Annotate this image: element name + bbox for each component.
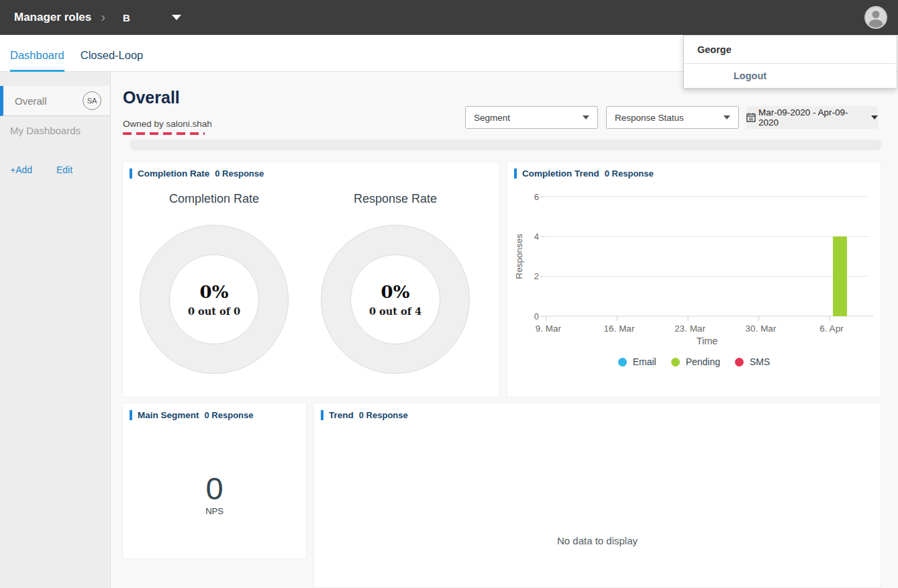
tab-closed-loop[interactable]: Closed-Loop bbox=[81, 49, 144, 71]
date-range-picker[interactable]: Mar-09-2020 - Apr-09-2020 bbox=[746, 106, 878, 129]
donut-center: 0% 0 out of 0 bbox=[169, 254, 259, 344]
legend-dot bbox=[618, 358, 627, 366]
owner-underline bbox=[123, 132, 205, 135]
card-title: Main Segment bbox=[138, 410, 199, 420]
card-header: Main Segment 0 Response bbox=[123, 403, 306, 420]
add-dashboard-button[interactable]: +Add bbox=[10, 164, 32, 175]
legend-item-pending[interactable]: Pending bbox=[671, 356, 720, 367]
card-header: Trend 0 Response bbox=[314, 403, 881, 420]
svg-text:Time: Time bbox=[697, 336, 718, 346]
legend-item-email[interactable]: Email bbox=[618, 356, 656, 367]
svg-text:Responses: Responses bbox=[514, 234, 524, 279]
donut-sub-label: 0 out of 4 bbox=[369, 305, 421, 317]
caret-down-icon bbox=[583, 115, 589, 119]
dashboard-screen: Manager roles › B George Logout Dashboar… bbox=[0, 0, 898, 588]
response-status-dropdown-label: Response Status bbox=[615, 113, 684, 123]
logout-button[interactable]: Logout bbox=[684, 64, 897, 88]
sidebar-item-label: Overall bbox=[3, 95, 47, 107]
legend-label: SMS bbox=[750, 356, 770, 367]
completion-rate-card: Completion Rate 0 Response Completion Ra… bbox=[122, 161, 499, 397]
card-accent-bar bbox=[130, 168, 132, 179]
user-dropdown-menu: George Logout bbox=[683, 35, 897, 89]
donut-title-completion-rate: Completion Rate bbox=[140, 192, 289, 206]
caret-down-icon bbox=[871, 115, 878, 119]
calendar-icon bbox=[746, 113, 756, 122]
svg-text:30. Mar: 30. Mar bbox=[746, 324, 777, 334]
card-title: Trend bbox=[329, 410, 354, 420]
nps-label: NPS bbox=[123, 506, 306, 516]
donut-percent: 0% bbox=[381, 282, 410, 302]
card-accent-bar bbox=[321, 410, 323, 420]
legend-label: Pending bbox=[686, 356, 720, 367]
caret-down-icon bbox=[724, 115, 730, 119]
caret-down-icon[interactable] bbox=[172, 15, 181, 20]
sidebar-actions: +Add Edit bbox=[0, 164, 110, 175]
top-bar: Manager roles › B bbox=[0, 0, 898, 35]
donut-sub-label: 0 out of 0 bbox=[188, 305, 240, 317]
card-response-count: 0 Response bbox=[359, 410, 408, 420]
svg-text:4: 4 bbox=[534, 232, 539, 242]
legend-label: Email bbox=[633, 356, 656, 367]
donut-center: 0% 0 out of 4 bbox=[350, 254, 440, 344]
nps-value-block: 0 NPS bbox=[123, 473, 306, 516]
svg-text:9. Mar: 9. Mar bbox=[536, 324, 562, 334]
page-title: Overall bbox=[123, 88, 180, 107]
breadcrumb-root[interactable]: Manager roles bbox=[14, 11, 91, 24]
donut-percent: 0% bbox=[200, 282, 229, 302]
legend-item-sms[interactable]: SMS bbox=[735, 356, 770, 367]
svg-text:16. Mar: 16. Mar bbox=[604, 324, 635, 334]
legend-dot bbox=[735, 358, 744, 366]
segment-dropdown-label: Segment bbox=[474, 113, 510, 123]
date-range-label: Mar-09-2020 - Apr-09-2020 bbox=[758, 107, 866, 128]
svg-text:23. Mar: 23. Mar bbox=[675, 324, 705, 334]
completion-trend-card: Completion Trend 0 Response 02469. Mar16… bbox=[507, 161, 881, 397]
donut-title-response-rate: Response Rate bbox=[321, 192, 470, 206]
legend-dot bbox=[671, 358, 680, 366]
sidebar: Overall SA My Dashboards +Add Edit bbox=[0, 72, 111, 588]
response-rate-donut: 0% 0 out of 4 bbox=[321, 225, 470, 374]
user-name: George bbox=[684, 36, 897, 64]
segment-dropdown[interactable]: Segment bbox=[465, 106, 598, 129]
page-owner: Owned by saloni.shah bbox=[123, 119, 212, 129]
user-avatar[interactable] bbox=[864, 6, 887, 29]
tab-dashboard[interactable]: Dashboard bbox=[10, 49, 64, 71]
trend-legend: EmailPendingSMS bbox=[507, 356, 881, 367]
content-divider-bar bbox=[130, 140, 882, 150]
main-segment-card: Main Segment 0 Response 0 NPS bbox=[122, 403, 307, 559]
empty-state-message: No data to display bbox=[314, 535, 881, 546]
card-accent-bar bbox=[130, 410, 132, 420]
edit-dashboard-button[interactable]: Edit bbox=[56, 164, 72, 175]
sidebar-section-my-dashboards: My Dashboards bbox=[0, 116, 110, 136]
sa-badge: SA bbox=[83, 91, 101, 110]
card-title: Completion Rate bbox=[138, 168, 209, 179]
svg-text:0: 0 bbox=[534, 311, 539, 322]
card-header: Completion Rate 0 Response bbox=[123, 162, 499, 179]
breadcrumb-current-dashboard[interactable]: B bbox=[123, 12, 130, 23]
trend-card: Trend 0 Response No data to display bbox=[313, 403, 881, 588]
sidebar-item-overall[interactable]: Overall SA bbox=[0, 86, 110, 116]
completion-rate-donut: 0% 0 out of 0 bbox=[140, 225, 289, 374]
svg-text:2: 2 bbox=[534, 271, 539, 281]
nps-value: 0 bbox=[123, 473, 306, 504]
card-response-count: 0 Response bbox=[215, 168, 264, 179]
response-status-dropdown[interactable]: Response Status bbox=[606, 106, 739, 129]
card-response-count: 0 Response bbox=[205, 410, 254, 420]
svg-text:6. Apr: 6. Apr bbox=[819, 324, 844, 334]
svg-text:6: 6 bbox=[534, 192, 539, 202]
chevron-right-icon: › bbox=[101, 10, 105, 26]
